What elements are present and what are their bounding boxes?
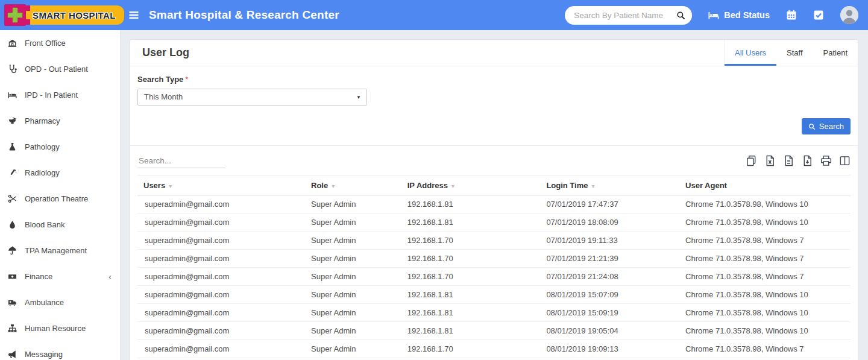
user-log-table: Users▾ Role▾ IP Address▾ Login Time▾ Use… <box>137 175 851 360</box>
cell-login-time: 07/01/2019 21:24:08 <box>540 268 679 286</box>
sidebar-item-blood-bank[interactable]: Blood Bank <box>0 212 120 238</box>
table-filter <box>137 154 225 168</box>
sidebar-item-label: Pathology <box>25 142 60 151</box>
sidebar-item-label: Radiology <box>25 168 60 177</box>
export-button-file-excel[interactable] <box>764 155 776 166</box>
sidebar-item-label: Blood Bank <box>25 220 65 229</box>
column-header-label: User Agent <box>685 181 727 190</box>
cell-user: superadmin@gmail.com <box>137 358 305 360</box>
table-filter-input[interactable] <box>137 154 225 168</box>
user-type-tabs: All Users Staff Patient <box>724 40 858 66</box>
sort-down-icon: ▾ <box>451 183 454 189</box>
bed-icon <box>708 10 719 21</box>
app-logo[interactable]: SMART HOSPITAL <box>4 4 124 26</box>
patient-search-box <box>565 6 692 25</box>
cell-role: Super Admin <box>305 340 401 358</box>
cell-ip-address: 192.168.1.70 <box>401 268 541 286</box>
droplet-icon <box>8 220 17 229</box>
search-type-label: Search Type* <box>137 75 851 84</box>
printer-icon <box>820 155 832 166</box>
cell-user: superadmin@gmail.com <box>137 250 305 268</box>
header-actions <box>786 10 824 21</box>
search-button-label: Search <box>819 122 844 131</box>
bed-icon <box>8 90 17 99</box>
column-header-login-time[interactable]: Login Time▾ <box>540 175 679 195</box>
sidebar-item-ambulance[interactable]: Ambulance <box>0 289 120 315</box>
header-action-calendar[interactable] <box>786 10 797 21</box>
column-header-ip-address[interactable]: IP Address▾ <box>401 175 541 195</box>
check-square-icon <box>813 10 824 21</box>
sidebar: Front Office OPD - Out Patient IPD - In … <box>0 30 121 360</box>
sidebar-item-label: OPD - Out Patient <box>25 65 88 74</box>
avatar[interactable] <box>840 6 858 24</box>
sidebar-item-pharmacy[interactable]: Pharmacy <box>0 108 120 134</box>
export-button-columns[interactable] <box>839 155 851 166</box>
tab-label: All Users <box>735 48 766 57</box>
sidebar-item-pathology[interactable]: Pathology <box>0 134 120 160</box>
cell-login-time: 07/01/2019 18:08:09 <box>540 213 679 232</box>
export-button-file-csv[interactable] <box>783 155 794 166</box>
mortar-icon <box>8 116 17 125</box>
cell-user-agent: Chrome 71.0.3578.98, Windows 10 <box>679 358 851 360</box>
sidebar-item-messaging[interactable]: Messaging <box>0 341 120 360</box>
search-type-select[interactable]: This Month ▼ <box>137 89 367 106</box>
search-button[interactable]: Search <box>802 118 851 134</box>
bed-status-label: Bed Status <box>724 10 770 20</box>
cell-user-agent: Chrome 71.0.3578.98, Windows 7 <box>679 268 851 286</box>
sidebar-item-label: Operation Theatre <box>25 194 88 203</box>
cell-login-time: 07/01/2019 21:21:39 <box>540 250 679 268</box>
cell-login-time: 08/01/2019 19:05:04 <box>540 322 679 340</box>
bed-status-button[interactable]: Bed Status <box>708 10 770 21</box>
sidebar-item-tpa-management[interactable]: TPA Management <box>0 238 120 264</box>
logo-chip <box>25 5 30 11</box>
table-row: superadmin@gmail.com Super Admin 192.168… <box>137 232 851 250</box>
sidebar-item-opd-out-patient[interactable]: OPD - Out Patient <box>0 56 120 82</box>
sidebar-item-human-resource[interactable]: Human Resource <box>0 315 120 341</box>
export-button-copy[interactable] <box>746 155 757 166</box>
tab-all-users[interactable]: All Users <box>725 40 776 66</box>
sidebar-item-front-office[interactable]: Front Office <box>0 30 120 56</box>
sidebar-item-radiology[interactable]: Radiology <box>0 160 120 186</box>
patient-search-input[interactable] <box>574 11 676 20</box>
table-header: Users▾ Role▾ IP Address▾ Login Time▾ Use… <box>137 175 851 195</box>
cell-ip-address: 192.168.1.81 <box>401 213 541 232</box>
sidebar-item-label: Messaging <box>25 350 63 359</box>
cell-user: superadmin@gmail.com <box>137 268 305 286</box>
sidebar-item-label: Pharmacy <box>25 116 60 125</box>
sidebar-item-label: TPA Management <box>25 246 87 255</box>
logo-text: SMART HOSPITAL <box>33 10 116 21</box>
column-header-users[interactable]: Users▾ <box>137 175 305 195</box>
tab-patient[interactable]: Patient <box>813 40 858 66</box>
export-button-printer[interactable] <box>820 155 832 166</box>
sidebar-item-operation-theatre[interactable]: Operation Theatre <box>0 186 120 212</box>
search-icon[interactable] <box>676 11 685 20</box>
medical-cross-icon <box>4 4 26 26</box>
logo-chip <box>25 19 30 25</box>
money-icon <box>8 272 17 281</box>
export-button-file-pdf[interactable] <box>802 155 813 166</box>
column-header-role[interactable]: Role▾ <box>305 175 401 195</box>
table-section: Users▾ Role▾ IP Address▾ Login Time▾ Use… <box>130 146 858 360</box>
hamburger-menu-icon[interactable] <box>128 9 140 21</box>
user-log-panel: User Log All Users Staff Patient Search … <box>130 39 858 360</box>
sidebar-item-label: Front Office <box>25 39 66 48</box>
cell-ip-address: 192.168.1.70 <box>401 250 541 268</box>
cell-login-time: 08/01/2019 20:29:30 <box>540 358 679 360</box>
calendar-icon <box>786 10 797 21</box>
search-form: Search Type* This Month ▼ Search <box>130 66 858 146</box>
tab-label: Staff <box>787 48 803 57</box>
header-action-check-square[interactable] <box>813 10 824 21</box>
sidebar-item-ipd-in-patient[interactable]: IPD - In Patient <box>0 82 120 108</box>
cell-login-time: 08/01/2019 15:09:19 <box>540 304 679 322</box>
sidebar-item-finance[interactable]: Finance ‹ <box>0 264 120 289</box>
table-row: superadmin@gmail.com Super Admin 192.168… <box>137 358 851 360</box>
sidebar-item-label: Human Resource <box>25 324 86 333</box>
cell-ip-address: 192.168.1.81 <box>401 286 541 304</box>
tab-staff[interactable]: Staff <box>776 40 813 66</box>
cell-user: superadmin@gmail.com <box>137 340 305 358</box>
cell-user-agent: Chrome 71.0.3578.98, Windows 7 <box>679 250 851 268</box>
table-row: superadmin@gmail.com Super Admin 192.168… <box>137 340 851 358</box>
umbrella-icon <box>8 246 17 255</box>
required-asterisk: * <box>185 75 188 84</box>
cell-login-time: 08/01/2019 15:07:09 <box>540 286 679 304</box>
